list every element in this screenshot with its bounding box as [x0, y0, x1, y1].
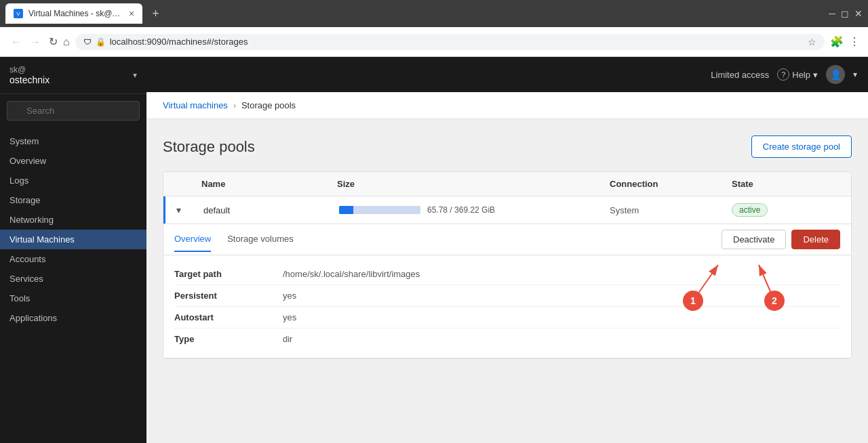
address-bar[interactable]: 🛡 🔒 localhost:9090/machines#/storages ☆	[75, 34, 825, 50]
table-header: Name Size Connection State	[163, 172, 851, 196]
sidebar-item-label: Virtual Machines	[9, 234, 75, 245]
sidebar-item-tools[interactable]: Tools	[0, 289, 146, 308]
sidebar-item-label: Tools	[9, 293, 30, 303]
detail-info: Target path /home/sk/.local/share/libvir…	[163, 255, 851, 358]
lock-icon: 🔒	[96, 37, 106, 47]
page-title: Storage pools	[163, 138, 255, 156]
detail-panel: Overview Storage volumes Deactivate Dele…	[163, 224, 851, 358]
sidebar-item-label: Accounts	[9, 254, 45, 264]
sidebar-item-services[interactable]: Services	[0, 269, 146, 289]
topbar: Limited access ? Help ▾ 👤 ▾	[146, 57, 868, 92]
sidebar-item-logs[interactable]: Logs	[0, 171, 146, 190]
page-content: Storage pools Create storage pool Name S…	[146, 119, 868, 375]
breadcrumb-parent-link[interactable]: Virtual machines	[163, 100, 228, 110]
main: Limited access ? Help ▾ 👤 ▾ Virtual mach…	[146, 57, 868, 443]
sidebar: sk@ ostechnix ▾ 🔍 System Overview Logs S…	[0, 57, 146, 443]
deactivate-button[interactable]: Deactivate	[722, 230, 786, 249]
size-progress-bar	[339, 206, 420, 214]
minimize-button[interactable]: ─	[829, 8, 835, 19]
tab-storage-volumes[interactable]: Storage volumes	[227, 227, 294, 252]
sidebar-item-label: Overview	[9, 156, 46, 166]
row-expand-button[interactable]: ▾	[176, 205, 203, 215]
breadcrumb: Virtual machines › Storage pools	[146, 92, 868, 119]
back-button[interactable]: ←	[8, 35, 24, 49]
table-row-default: ▾ default 65.78 / 369.22 GiB System acti…	[163, 196, 851, 224]
field-value-persistent: yes	[283, 291, 840, 301]
field-value-type: dir	[283, 334, 840, 344]
close-button[interactable]: ✕	[854, 8, 863, 19]
page-header: Storage pools Create storage pool	[163, 135, 852, 158]
new-tab-button[interactable]: +	[148, 7, 163, 21]
menu-icon[interactable]: ⋮	[849, 35, 860, 48]
field-label-target-path: Target path	[174, 269, 283, 279]
breadcrumb-current: Storage pools	[241, 100, 296, 110]
sidebar-item-overview[interactable]: Overview	[0, 151, 146, 171]
tab-title: Virtual Machines - sk@os...	[28, 9, 123, 18]
extensions-icon[interactable]: 🧩	[830, 35, 844, 48]
sidebar-item-networking[interactable]: Networking	[0, 210, 146, 230]
browser-chrome: V Virtual Machines - sk@os... × + ─ ◻ ✕	[0, 0, 868, 27]
sidebar-item-storage[interactable]: Storage	[0, 190, 146, 210]
sidebar-user[interactable]: sk@ ostechnix ▾	[0, 57, 146, 94]
nav-arrows: ← →	[8, 35, 43, 49]
search-wrapper: 🔍	[7, 101, 140, 121]
col-name: Name	[201, 179, 337, 189]
col-size: Size	[337, 179, 610, 189]
create-storage-pool-button[interactable]: Create storage pool	[751, 135, 852, 158]
nav-bar: ← → ↻ ⌂ 🛡 🔒 localhost:9090/machines#/sto…	[0, 27, 868, 57]
app: sk@ ostechnix ▾ 🔍 System Overview Logs S…	[0, 57, 868, 443]
state-badge: active	[732, 203, 768, 217]
sidebar-item-accounts[interactable]: Accounts	[0, 249, 146, 269]
nav-right: 🧩 ⋮	[830, 35, 860, 48]
bookmark-icon[interactable]: ☆	[808, 37, 816, 47]
sidebar-item-virtual-machines[interactable]: Virtual Machines	[0, 230, 146, 249]
user-chevron-icon: ▾	[853, 70, 857, 79]
breadcrumb-separator: ›	[233, 101, 236, 110]
detail-row-type: Type dir	[174, 329, 840, 350]
help-icon: ?	[777, 68, 789, 81]
maximize-button[interactable]: ◻	[841, 8, 849, 19]
field-value-target-path: /home/sk/.local/share/libvirt/images	[283, 269, 840, 279]
sidebar-item-label: Applications	[9, 313, 57, 323]
storage-pools-table: Name Size Connection State ▾ default	[163, 171, 852, 359]
detail-row-autostart: Autostart yes	[174, 307, 840, 329]
size-label: 65.78 / 369.22 GiB	[427, 205, 495, 215]
field-label-type: Type	[174, 334, 283, 344]
forward-button[interactable]: →	[27, 35, 43, 49]
detail-tabs-bar: Overview Storage volumes Deactivate Dele…	[163, 224, 851, 255]
sidebar-item-label: Services	[9, 274, 43, 284]
home-button[interactable]: ⌂	[63, 36, 70, 48]
sidebar-item-label: Networking	[9, 215, 54, 225]
security-icon: 🛡	[83, 37, 92, 47]
sidebar-item-system[interactable]: System	[0, 131, 146, 151]
window-controls: ─ ◻ ✕	[829, 8, 863, 19]
browser-tab[interactable]: V Virtual Machines - sk@os... ×	[5, 3, 142, 24]
detail-row-target-path: Target path /home/sk/.local/share/libvir…	[174, 263, 840, 285]
pool-name: default	[203, 205, 339, 215]
refresh-button[interactable]: ↻	[49, 35, 58, 48]
sidebar-item-label: Logs	[9, 175, 28, 186]
user-chevron-icon: ▾	[133, 70, 137, 80]
limited-access-label[interactable]: Limited access	[711, 70, 769, 80]
sidebar-search: 🔍	[0, 94, 146, 127]
pool-connection: System	[610, 205, 732, 215]
help-button[interactable]: ? Help ▾	[777, 68, 818, 81]
user-avatar[interactable]: 👤	[826, 65, 845, 84]
address-text: localhost:9090/machines#/storages	[110, 37, 804, 47]
tab-favicon: V	[14, 9, 23, 18]
sidebar-hostname: ostechnix	[9, 75, 50, 85]
col-connection: Connection	[610, 179, 732, 189]
avatar-icon: 👤	[830, 69, 842, 80]
help-chevron-icon: ▾	[813, 70, 818, 80]
col-state: State	[732, 179, 840, 189]
delete-button[interactable]: Delete	[791, 230, 840, 249]
pool-size-cell: 65.78 / 369.22 GiB	[339, 205, 610, 215]
sidebar-item-label: System	[9, 136, 39, 146]
tab-close-button[interactable]: ×	[129, 8, 134, 19]
content-area: Virtual machines › Storage pools Storage…	[146, 92, 868, 443]
sidebar-item-applications[interactable]: Applications	[0, 308, 146, 328]
field-value-autostart: yes	[283, 312, 840, 322]
tab-overview[interactable]: Overview	[174, 227, 211, 252]
field-label-autostart: Autostart	[174, 312, 283, 322]
search-input[interactable]	[7, 101, 140, 121]
